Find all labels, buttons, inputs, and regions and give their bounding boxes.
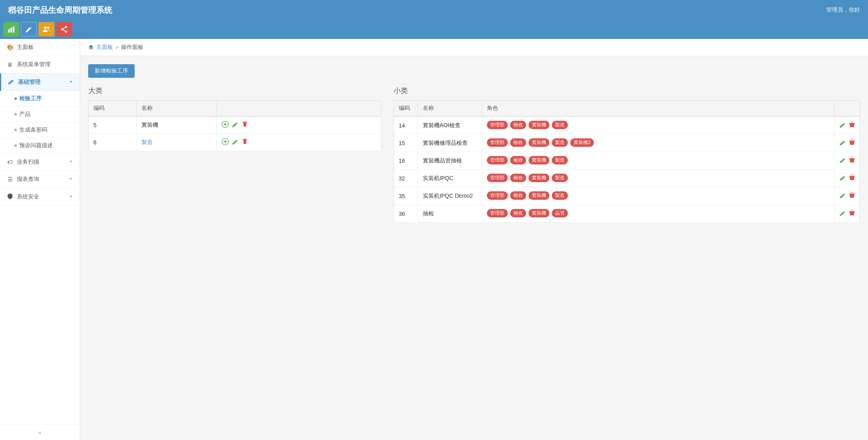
svg-rect-13 — [242, 139, 247, 140]
table-row: 32实装机IPQC管理部檢收實裝機製造 — [394, 170, 860, 187]
small-row-actions — [835, 187, 860, 205]
sidebar-label-business-scan: 业务扫描 — [17, 158, 39, 166]
sidebar-label-system-sec: 系统安全 — [17, 193, 39, 201]
people-button[interactable] — [38, 22, 55, 36]
collapse-icon: « — [38, 429, 42, 436]
delete-icon[interactable] — [242, 138, 248, 146]
delete-icon[interactable] — [242, 121, 248, 129]
edit-icon[interactable] — [840, 192, 846, 200]
delete-icon[interactable] — [849, 210, 855, 218]
big-col-actions — [217, 101, 382, 117]
sidebar-label-dashboard: 主面板 — [17, 44, 34, 51]
small-row-id: 14 — [394, 116, 418, 134]
edit-icon[interactable] — [840, 210, 846, 218]
delete-icon[interactable] — [849, 174, 855, 182]
breadcrumb-current: 操作面板 — [121, 44, 143, 51]
sub-label-product: 产品 — [19, 111, 30, 118]
edit-icon[interactable] — [232, 121, 238, 129]
sidebar-sub-inspection[interactable]: 检验工序 — [0, 91, 80, 107]
edit-icon[interactable] — [840, 157, 846, 165]
chart-button[interactable] — [3, 22, 19, 36]
role-badge: 實裝機 — [529, 209, 549, 217]
sidebar-item-reports[interactable]: ☰ 报表查询 — [0, 171, 80, 188]
small-row-id: 36 — [394, 205, 418, 223]
add-icon[interactable] — [222, 121, 229, 130]
top-header: 稻谷田产品生命周期管理系统 管理员，你好 — [0, 0, 868, 20]
small-col-roles: 角色 — [482, 101, 834, 117]
sidebar-sub-product[interactable]: 产品 — [0, 107, 80, 122]
sidebar-sub-issues[interactable]: 预设问题描述 — [0, 138, 80, 154]
small-row-id: 35 — [394, 187, 418, 205]
sidebar-item-business-scan[interactable]: 🏷 业务扫描 — [0, 154, 80, 171]
dot-icon — [14, 129, 17, 131]
table-row: 15實裝機修理品檢查管理部檢收實裝機製造實裝機2 — [394, 134, 860, 152]
edit-icon[interactable] — [232, 138, 238, 146]
dot-icon — [14, 113, 17, 116]
sidebar-item-system-sec[interactable]: 系统安全 — [0, 188, 80, 206]
table-row: 35实装机IPQC Demo2管理部檢收實裝機製造 — [394, 187, 860, 205]
add-icon[interactable] — [222, 138, 229, 147]
big-row-actions — [217, 116, 382, 134]
edit-icon[interactable] — [840, 122, 846, 130]
small-row-roles: 管理部檢收實裝機製造 — [482, 116, 834, 134]
breadcrumb: 主面板 > 操作面板 — [80, 39, 868, 56]
tag-icon: 🏷 — [6, 159, 14, 165]
sidebar-item-dashboard[interactable]: 🎨 主面板 — [0, 39, 80, 56]
small-row-roles: 管理部檢收實裝機製造實裝機2 — [482, 134, 834, 152]
table-row: 6製造 — [89, 134, 382, 151]
big-col-name: 名称 — [137, 101, 217, 117]
delete-icon[interactable] — [849, 122, 855, 130]
big-row-name: 實裝機 — [137, 116, 217, 134]
delete-icon[interactable] — [849, 139, 855, 147]
main-layout: 🎨 主面板 🖥 系统菜单管理 基础管理 检验工序 产品 生成条形码 — [0, 39, 868, 440]
delete-icon[interactable] — [849, 192, 855, 200]
edit-button[interactable] — [21, 22, 37, 36]
big-category-title: 大类 — [88, 86, 382, 95]
role-badge: 製造 — [552, 121, 568, 129]
breadcrumb-home-link[interactable]: 主面板 — [96, 44, 113, 51]
svg-rect-0 — [8, 29, 10, 32]
big-name-link[interactable]: 製造 — [141, 139, 153, 145]
sidebar-item-basic-mgmt[interactable]: 基础管理 — [0, 73, 80, 91]
sub-label-barcode: 生成条形码 — [19, 126, 47, 134]
svg-point-3 — [44, 26, 46, 29]
small-row-actions — [835, 152, 860, 170]
edit-icon[interactable] — [840, 174, 846, 182]
role-badge: 實裝機 — [529, 174, 549, 182]
table-row: 14實裝機AOI檢查管理部檢收實裝機製造 — [394, 116, 860, 134]
sidebar-collapse-btn[interactable]: « — [0, 424, 80, 440]
sidebar-sub-barcode[interactable]: 生成条形码 — [0, 122, 80, 138]
small-row-roles: 管理部檢收實裝機製造 — [482, 170, 834, 187]
big-category-table: 编码 名称 5實裝機 6製造 — [88, 100, 382, 151]
svg-rect-14 — [849, 123, 855, 124]
big-col-id: 编码 — [89, 101, 137, 117]
add-inspection-button[interactable]: 新增检验工序 — [88, 64, 135, 78]
big-row-id: 6 — [89, 134, 137, 151]
svg-rect-16 — [849, 158, 855, 159]
breadcrumb-separator: > — [115, 44, 119, 51]
role-badge: 實裝機 — [529, 138, 549, 147]
small-row-name: 实装机IPQC — [418, 170, 482, 187]
svg-rect-11 — [242, 122, 247, 123]
table-row: 5實裝機 — [89, 116, 382, 134]
edit-icon[interactable] — [840, 139, 846, 147]
small-row-actions — [835, 205, 860, 223]
sidebar-label-basic-mgmt: 基础管理 — [18, 79, 40, 86]
table-row: 16實裝機品管抽檢管理部檢收實裝機製造 — [394, 152, 860, 170]
small-row-name: 抽检 — [418, 205, 482, 223]
small-row-name: 實裝機修理品檢查 — [418, 134, 482, 152]
svg-rect-15 — [849, 140, 855, 141]
delete-icon[interactable] — [849, 157, 855, 165]
sidebar-label-menu-mgmt: 系统菜单管理 — [17, 61, 50, 68]
basic-mgmt-arrow — [69, 79, 73, 85]
role-badge: 品管 — [552, 209, 568, 217]
big-row-name[interactable]: 製造 — [137, 134, 217, 151]
role-badge: 製造 — [552, 138, 568, 147]
role-badge: 檢收 — [510, 121, 526, 129]
role-badge: 實裝機 — [529, 156, 549, 164]
small-category-table: 编码 名称 角色 14實裝機AOI檢查管理部檢收實裝機製造 15實裝機修理品檢查 — [394, 100, 860, 223]
sidebar-item-menu-mgmt[interactable]: 🖥 系统菜单管理 — [0, 56, 80, 73]
share-button[interactable] — [56, 22, 72, 36]
icon-bar — [0, 20, 868, 39]
small-row-id: 32 — [394, 170, 418, 187]
